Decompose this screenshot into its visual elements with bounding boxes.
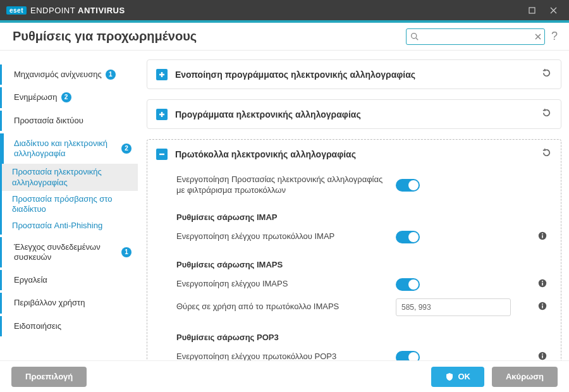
app-name: ENDPOINT ANTIVIRUS	[30, 6, 125, 15]
titlebar: eset ENDPOINT ANTIVIRUS	[0, 0, 569, 20]
reset-icon[interactable]	[541, 107, 552, 121]
window-close-icon[interactable]	[542, 0, 564, 20]
sidebar-item-network-protection[interactable]: Προστασία δικτύου	[2, 111, 138, 131]
setting-label: Ενεργοποίηση Προστασίας ηλεκτρονικής αλλ…	[176, 175, 388, 196]
subsection-pop3: Ρυθμίσεις σάρωσης POP3	[176, 320, 552, 347]
ok-button[interactable]: OK	[431, 367, 484, 387]
button-label: OK	[458, 372, 470, 381]
row-imaps-ports: Θύρες σε χρήση από το πρωτόκολλο IMAPS	[176, 295, 552, 320]
app-name-thin: ENDPOINT	[30, 6, 78, 15]
svg-point-10	[542, 303, 543, 305]
window-maximize-icon[interactable]	[521, 0, 542, 20]
setting-label: Ενεργοποίηση ελέγχου πρωτοκόλλου POP3	[176, 352, 388, 360]
help-button[interactable]: ?	[551, 30, 558, 43]
sidebar-badge: 1	[121, 247, 132, 257]
sidebar-sub-antiphishing[interactable]: Προστασία Anti-Phishing	[2, 217, 138, 234]
sidebar-badge: 1	[106, 70, 116, 80]
setting-label: Ενεργοποίηση ελέγχου πρωτοκόλλου IMAP	[176, 231, 388, 242]
sidebar: Μηχανισμός ανίχνευσης 1 Ενημέρωση 2 Προσ…	[0, 51, 138, 360]
sidebar-item-label: Ενημέρωση	[14, 92, 58, 102]
info-icon[interactable]	[538, 231, 547, 243]
section-header[interactable]: Προγράμματα ηλεκτρονικής αλληλογραφίας	[147, 100, 561, 128]
expand-icon	[156, 69, 168, 80]
toggle-enable-pop3[interactable]	[396, 351, 420, 360]
sidebar-item-label: Μηχανισμός ανίχνευσης	[14, 70, 102, 80]
content-pane: Ενοποίηση προγράμματος ηλεκτρονικής αλλη…	[138, 51, 569, 360]
sidebar-sub-web-access[interactable]: Προστασία πρόσβασης στο διαδίκτυο	[2, 191, 138, 218]
row-enable-pop3: Ενεργοποίηση ελέγχου πρωτοκόλλου POP3	[176, 347, 552, 360]
sidebar-item-label: Έλεγχος συνδεδεμένων συσκευών	[14, 242, 118, 263]
subsection-imap: Ρυθμίσεις σάρωσης IMAP	[176, 200, 552, 227]
sidebar-item-web-email[interactable]: Διαδίκτυο και ηλεκτρονική αλληλογραφία 2	[2, 133, 138, 164]
sidebar-item-ui[interactable]: Περιβάλλον χρήστη	[2, 293, 138, 313]
sidebar-item-label: Διαδίκτυο και ηλεκτρονική αλληλογραφία	[14, 138, 118, 159]
section-email-protocols: Πρωτόκολλα ηλεκτρονικής αλληλογραφίας Εν…	[147, 139, 561, 360]
setting-label: Θύρες σε χρήση από το πρωτόκολλο IMAPS	[176, 302, 388, 312]
reset-icon[interactable]	[541, 147, 552, 161]
info-icon[interactable]	[538, 352, 547, 360]
setting-label: Ενεργοποίηση ελέγχου IMAPS	[176, 279, 388, 290]
section-body: Ενεργοποίηση Προστασίας ηλεκτρονικής αλλ…	[147, 168, 561, 360]
section-title: Πρωτόκολλα ηλεκτρονικής αλληλογραφίας	[175, 149, 534, 159]
svg-rect-6	[542, 283, 543, 286]
svg-point-4	[542, 233, 543, 235]
sidebar-item-label: Ειδοποιήσεις	[14, 321, 61, 331]
toggle-enable-email-protocol-filter[interactable]	[396, 179, 420, 192]
sidebar-item-label: Περιβάλλον χρήστη	[14, 298, 85, 308]
svg-rect-12	[542, 355, 543, 358]
brand-badge: eset	[6, 6, 27, 15]
sidebar-item-label: Εργαλεία	[14, 275, 47, 285]
row-enable-email-protocol-filter: Ενεργοποίηση Προστασίας ηλεκτρονικής αλλ…	[176, 171, 552, 200]
row-enable-imap: Ενεργοποίηση ελέγχου πρωτοκόλλου IMAP	[176, 227, 552, 247]
cancel-button[interactable]: Ακύρωση	[492, 367, 558, 387]
info-icon[interactable]	[538, 279, 547, 290]
sidebar-item-update[interactable]: Ενημέρωση 2	[2, 87, 138, 107]
svg-point-13	[542, 353, 543, 355]
section-email-integration: Ενοποίηση προγράμματος ηλεκτρονικής αλλη…	[147, 59, 561, 89]
reset-icon[interactable]	[541, 68, 552, 81]
default-button[interactable]: Προεπιλογή	[11, 367, 87, 387]
section-email-clients: Προγράμματα ηλεκτρονικής αλληλογραφίας	[147, 99, 561, 129]
info-icon[interactable]	[538, 302, 547, 313]
sidebar-item-device-control[interactable]: Έλεγχος συνδεδεμένων συσκευών 1	[2, 237, 138, 268]
button-label: Ακύρωση	[506, 372, 544, 381]
toggle-enable-imaps[interactable]	[396, 278, 420, 291]
row-enable-imaps: Ενεργοποίηση ελέγχου IMAPS	[176, 274, 552, 295]
collapse-icon	[156, 149, 168, 160]
search-input[interactable]	[419, 32, 534, 41]
page-title: Ρυθμίσεις για προχωρημένους	[13, 29, 197, 44]
shield-icon	[445, 372, 454, 381]
section-title: Προγράμματα ηλεκτρονικής αλληλογραφίας	[175, 109, 534, 119]
expand-icon	[156, 109, 168, 120]
sidebar-item-label: Προστασία δικτύου	[14, 116, 83, 126]
imaps-ports-input[interactable]	[396, 298, 511, 316]
search-icon	[410, 32, 419, 40]
search-box[interactable]	[406, 28, 545, 45]
svg-point-1	[412, 34, 417, 39]
sidebar-item-detection-engine[interactable]: Μηχανισμός ανίχνευσης 1	[2, 64, 138, 85]
toggle-enable-imap[interactable]	[396, 231, 420, 243]
svg-rect-0	[529, 8, 535, 13]
footer: Προεπιλογή OK Ακύρωση	[0, 360, 569, 392]
svg-rect-9	[542, 305, 543, 309]
sidebar-badge: 2	[121, 144, 132, 154]
svg-point-7	[542, 281, 543, 282]
app-name-bold: ANTIVIRUS	[78, 6, 125, 15]
svg-rect-3	[542, 235, 543, 238]
subsection-imaps: Ρυθμίσεις σάρωσης IMAPS	[176, 247, 552, 274]
section-title: Ενοποίηση προγράμματος ηλεκτρονικής αλλη…	[175, 70, 534, 80]
section-header[interactable]: Πρωτόκολλα ηλεκτρονικής αλληλογραφίας	[147, 140, 561, 168]
sidebar-sub-email-protection[interactable]: Προστασία ηλεκτρονικής αλληλογραφίας	[2, 164, 138, 191]
header-row: Ρυθμίσεις για προχωρημένους ?	[0, 23, 569, 51]
section-header[interactable]: Ενοποίηση προγράμματος ηλεκτρονικής αλλη…	[147, 60, 561, 89]
sidebar-badge: 2	[61, 92, 71, 102]
sidebar-item-notifications[interactable]: Ειδοποιήσεις	[2, 316, 138, 336]
sidebar-item-tools[interactable]: Εργαλεία	[2, 270, 138, 290]
button-label: Προεπιλογή	[25, 372, 73, 381]
clear-search-icon[interactable]	[534, 33, 542, 40]
